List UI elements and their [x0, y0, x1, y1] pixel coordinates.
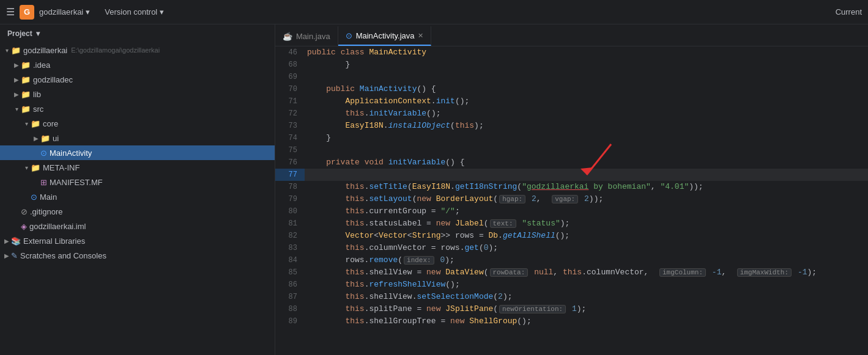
- folder-icon: 📁: [21, 104, 31, 114]
- tab-label: MainActivity.java: [356, 31, 415, 40]
- tree-item-scratches[interactable]: ▶ ✎ Scratches and Consoles: [0, 248, 275, 263]
- scratch-icon: ✎: [11, 251, 18, 260]
- project-panel-header[interactable]: Project ▾: [0, 24, 275, 43]
- tree-item-lib[interactable]: ▶ 📁 lib: [0, 87, 275, 101]
- tree-item-src[interactable]: ▾ 📁 src: [0, 101, 275, 116]
- tab-mainactivity-java[interactable]: ⊙ MainActivity.java ✕: [338, 26, 432, 46]
- line-content: public class MainActivity: [305, 46, 868, 59]
- tree-item-manifest[interactable]: ⊞ MANIFEST.MF: [0, 175, 275, 189]
- tree-item-ui[interactable]: ▶ 📁 ui: [0, 131, 275, 145]
- tree-item-godzillaerkai[interactable]: ▾ 📁 godzillaerkai E:\godzillamogai\godzi…: [0, 43, 275, 57]
- code-line-86: 86 this.refreshShellView();: [275, 279, 868, 291]
- line-number: 68: [275, 59, 305, 71]
- line-number: 82: [275, 230, 305, 242]
- line-number: 73: [275, 120, 305, 132]
- chevron-down-icon: ▾: [22, 164, 31, 171]
- editor-area: ☕ Main.java ⊙ MainActivity.java ✕ 46 pub…: [275, 24, 868, 355]
- tree-item-meta-inf[interactable]: ▾ 📁 META-INF: [0, 160, 275, 175]
- tree-item-iml[interactable]: ◈ godzillaerkai.iml: [0, 219, 275, 233]
- code-line-46: 46 public class MainActivity: [275, 46, 868, 59]
- line-content: }: [305, 59, 868, 71]
- code-line-70: 70 public MainActivity() {: [275, 83, 868, 95]
- tab-main-java[interactable]: ☕ Main.java: [275, 26, 338, 46]
- tree-item-gitignore[interactable]: ⊘ .gitignore: [0, 204, 275, 219]
- chevron-right-icon: ▶: [2, 252, 11, 259]
- project-header-chevron-icon: ▾: [36, 29, 40, 38]
- chevron-right-icon: ▶: [12, 62, 21, 68]
- tree-label: ui: [53, 134, 59, 143]
- code-line-81: 81 this.statusLabel = new JLabel(text: "…: [275, 218, 868, 230]
- line-number: 72: [275, 108, 305, 120]
- java-file-icon: ⊙: [31, 192, 37, 202]
- chevron-down-icon: ▾: [22, 120, 31, 127]
- line-number: 88: [275, 303, 305, 315]
- line-number: 79: [275, 193, 305, 205]
- tree-label: godzillaerkai.iml: [29, 222, 86, 231]
- line-content: this.shellView.setSelectionMode(2);: [305, 291, 868, 303]
- tree-label: Scratches and Consoles: [20, 251, 106, 260]
- app-logo: G: [20, 5, 34, 20]
- line-content: rows.remove(index: 0);: [305, 254, 868, 266]
- version-control-chevron-icon: ▾: [160, 7, 164, 16]
- code-line-73: 73 EasyI18N.installObject(this);: [275, 120, 868, 132]
- line-number: 76: [275, 156, 305, 169]
- tree-label: META-INF: [43, 163, 80, 172]
- code-line-78: 78 this.setTitle(EasyI18N.getI18nString(…: [275, 181, 868, 193]
- line-content: Vector<Vector<String>> rows = Db.getAllS…: [305, 230, 868, 242]
- hamburger-icon[interactable]: ☰: [6, 6, 15, 18]
- tree-label: Main: [40, 192, 57, 202]
- code-line-84: 84 rows.remove(index: 0);: [275, 254, 868, 266]
- current-label: Current: [836, 7, 862, 16]
- tree-label: godzillaerkai: [23, 46, 67, 55]
- code-line-85: 85 this.shellView = new DataView(rowData…: [275, 266, 868, 279]
- code-line-76: 76 private void initVariable() {: [275, 156, 868, 169]
- java-file-tab-icon: ☕: [283, 32, 292, 41]
- line-number: 85: [275, 266, 305, 279]
- code-line-72: 72 this.initVariable();: [275, 108, 868, 120]
- git-file-icon: ⊘: [21, 207, 28, 216]
- line-content: this.currentGroup = "/";: [305, 205, 868, 218]
- java-file-icon: ⊙: [40, 148, 47, 158]
- version-control-button[interactable]: Version control ▾: [105, 7, 164, 16]
- chevron-down-icon: ▾: [12, 106, 21, 112]
- code-line-77: 77: [275, 169, 868, 181]
- project-name-button[interactable]: godzillaerkai ▾: [39, 7, 90, 16]
- code-line-87: 87 this.shellView.setSelectionMode(2);: [275, 291, 868, 303]
- line-content: this.shellView = new DataView(rowData: n…: [305, 266, 868, 279]
- chevron-right-icon: ▶: [12, 91, 21, 98]
- line-content: this.splitPane = new JSplitPane(newOrien…: [305, 303, 868, 315]
- sidebar: Project ▾ ▾ 📁 godzillaerkai E:\godzillam…: [0, 24, 275, 355]
- code-line-79: 79 this.setLayout(new BorderLayout(hgap:…: [275, 193, 868, 205]
- line-number: 77: [275, 169, 305, 181]
- chevron-right-icon: ▶: [12, 76, 21, 83]
- close-tab-icon[interactable]: ✕: [418, 32, 423, 40]
- code-line-88: 88 this.splitPane = new JSplitPane(newOr…: [275, 303, 868, 315]
- line-number: 86: [275, 279, 305, 291]
- tree-item-core[interactable]: ▾ 📁 core: [0, 116, 275, 131]
- code-editor[interactable]: 46 public class MainActivity 68 } 69 70 …: [275, 46, 868, 355]
- line-content: this.refreshShellView();: [305, 279, 868, 291]
- line-number: 80: [275, 205, 305, 218]
- chevron-down-icon: ▾: [2, 47, 11, 54]
- tree-item-idea[interactable]: ▶ 📁 .idea: [0, 57, 275, 72]
- tree-item-external-libraries[interactable]: ▶ 📚 External Libraries: [0, 233, 275, 248]
- tree-item-mainactivity[interactable]: ⊙ MainActivity: [0, 145, 275, 160]
- tree-item-main[interactable]: ⊙ Main: [0, 189, 275, 204]
- code-line-83: 83 this.columnVector = rows.get(0);: [275, 242, 868, 254]
- tree-item-godzilladec[interactable]: ▶ 📁 godzilladec: [0, 72, 275, 87]
- line-content: this.setLayout(new BorderLayout(hgap: 2,…: [305, 193, 868, 205]
- java-file-tab-icon: ⊙: [346, 31, 352, 40]
- tree-label: External Libraries: [23, 236, 85, 246]
- tree-label: godzilladec: [33, 75, 73, 84]
- line-content: this.columnVector = rows.get(0);: [305, 242, 868, 254]
- tab-label: Main.java: [296, 32, 330, 41]
- folder-icon: 📁: [11, 46, 21, 55]
- code-line-82: 82 Vector<Vector<String>> rows = Db.getA…: [275, 230, 868, 242]
- line-content: EasyI18N.installObject(this);: [305, 120, 868, 132]
- code-line-71: 71 ApplicationContext.init();: [275, 95, 868, 108]
- line-number: 87: [275, 291, 305, 303]
- code-line-74: 74 }: [275, 132, 868, 144]
- logo-letter: G: [24, 7, 30, 16]
- folder-icon: 📁: [40, 134, 50, 143]
- manifest-file-icon: ⊞: [40, 178, 47, 187]
